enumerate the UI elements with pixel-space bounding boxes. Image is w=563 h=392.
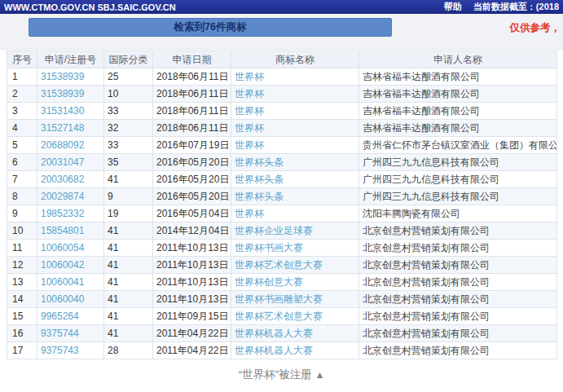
site-url: WWW.CTMO.GOV.CN SBJ.SAIC.GOV.CN xyxy=(4,2,176,12)
trademark-name-link[interactable]: 世界杯 xyxy=(235,208,264,219)
cell-mark-name: 世界杯头条 xyxy=(231,154,359,171)
application-number-link[interactable]: 10060041 xyxy=(41,276,84,288)
top-bar: WWW.CTMO.GOV.CN SBJ.SAIC.GOV.CN 帮助 当前数据截… xyxy=(0,0,563,14)
trademark-name-link[interactable]: 世界杯艺术创意大赛 xyxy=(235,311,323,322)
table-row: 13 10060041 41 2011年10月13日 世界杯创意大赛 北京创意村… xyxy=(7,274,557,291)
trademark-name-link[interactable]: 世界杯 xyxy=(235,88,264,99)
cell-application-number: 31538939 xyxy=(37,68,104,86)
application-number-link[interactable]: 10060042 xyxy=(41,259,84,271)
application-number-link[interactable]: 31527148 xyxy=(41,122,84,134)
cell-seq: 1 xyxy=(7,68,37,86)
cell-applicant: 北京创意村营销策划有限公司 xyxy=(359,222,557,240)
application-number-link[interactable]: 20030682 xyxy=(41,174,84,185)
cell-application-date: 2011年10月13日 xyxy=(153,274,231,291)
cell-seq: 8 xyxy=(7,188,37,205)
trademark-name-link[interactable]: 世界杯 xyxy=(235,122,264,134)
cell-seq: 13 xyxy=(7,274,37,291)
cell-seq: 14 xyxy=(7,291,37,308)
trademark-name-link[interactable]: 世界杯企业足球赛 xyxy=(235,225,313,236)
application-number-link[interactable]: 20031047 xyxy=(41,156,84,168)
trademark-name-link[interactable]: 世界杯 xyxy=(235,71,264,82)
cell-application-number: 20029874 xyxy=(37,188,104,205)
header-mark-name: 商标名称 xyxy=(231,51,359,68)
cell-mark-name: 世界杯 xyxy=(231,68,359,86)
cell-application-date: 2018年06月11日 xyxy=(153,103,231,120)
application-number-link[interactable]: 10060054 xyxy=(41,242,84,253)
trademark-name-link[interactable]: 世界杯书画雕塑大赛 xyxy=(235,293,323,305)
trademark-name-link[interactable]: 世界杯机器人大赛 xyxy=(235,328,313,339)
trademark-name-link[interactable]: 世界杯头条 xyxy=(235,174,284,185)
cell-mark-name: 世界杯书画雕塑大赛 xyxy=(231,291,359,308)
table-row: 5 20688092 33 2016年07月19日 世界杯 贵州省仁怀市茅台镇汉… xyxy=(7,137,557,154)
cell-application-number: 31538939 xyxy=(37,86,104,103)
application-number-link[interactable]: 10060040 xyxy=(41,293,84,305)
trademark-name-link[interactable]: 世界杯 xyxy=(235,105,264,117)
cell-mark-name: 世界杯企业足球赛 xyxy=(231,222,359,240)
table-row: 15 9965264 41 2011年09月15日 世界杯艺术创意大赛 北京创意… xyxy=(7,308,557,325)
cell-seq: 17 xyxy=(7,342,37,359)
cell-application-number: 10060054 xyxy=(37,240,104,257)
cell-seq: 3 xyxy=(7,103,37,120)
trademark-name-link[interactable]: 世界杯机器人大赛 xyxy=(235,345,313,356)
cell-application-number: 9965264 xyxy=(37,308,104,325)
application-number-link[interactable]: 9965264 xyxy=(41,311,79,322)
table-row: 9 19852332 19 2016年05月04日 世界杯 沈阳丰腾陶瓷有限公司 xyxy=(7,205,557,222)
search-result-count-button[interactable]: 检索到76件商标 xyxy=(29,18,392,37)
cell-application-date: 2011年10月13日 xyxy=(153,257,231,274)
cell-intl-class: 41 xyxy=(104,222,153,240)
cell-mark-name: 世界杯艺术创意大赛 xyxy=(231,257,359,274)
cell-intl-class: 41 xyxy=(104,291,153,308)
cell-mark-name: 世界杯 xyxy=(231,120,359,137)
application-number-link[interactable]: 9375744 xyxy=(41,328,79,339)
cell-application-date: 2011年04月22日 xyxy=(153,342,231,359)
cell-intl-class: 41 xyxy=(104,308,153,325)
header-application-number: 申请/注册号 xyxy=(37,51,104,68)
cell-intl-class: 41 xyxy=(104,257,153,274)
trademark-name-link[interactable]: 世界杯艺术创意大赛 xyxy=(235,259,323,271)
cell-applicant: 北京创意村营销策划有限公司 xyxy=(359,291,557,308)
cell-intl-class: 10 xyxy=(104,86,153,103)
cell-intl-class: 41 xyxy=(104,240,153,257)
cell-application-date: 2011年10月13日 xyxy=(153,240,231,257)
table-row: 3 31531430 33 2018年06月11日 世界杯 吉林省福丰达酿酒有限… xyxy=(7,103,557,120)
trademark-name-link[interactable]: 世界杯头条 xyxy=(235,156,284,168)
caption-text: “世界杯”被注册 xyxy=(239,368,312,381)
toolbar: 检索到76件商标 仅供参考， xyxy=(0,14,563,50)
cell-application-date: 2016年05月20日 xyxy=(153,188,231,205)
cell-application-number: 10060040 xyxy=(37,291,104,308)
trademark-name-link[interactable]: 世界杯头条 xyxy=(235,191,284,202)
header-application-date: 申请日期 xyxy=(153,51,231,68)
cell-seq: 4 xyxy=(7,120,37,137)
application-number-link[interactable]: 31538939 xyxy=(41,88,84,99)
trademark-name-link[interactable]: 世界杯 xyxy=(235,139,264,151)
cell-application-number: 31531430 xyxy=(37,103,104,120)
application-number-link[interactable]: 20029874 xyxy=(41,191,84,202)
help-link[interactable]: 帮助 xyxy=(444,1,462,13)
cell-applicant: 吉林省福丰达酿酒有限公司 xyxy=(359,103,557,120)
application-number-link[interactable]: 9375743 xyxy=(41,345,79,356)
application-number-link[interactable]: 15854801 xyxy=(41,225,84,236)
trademark-name-link[interactable]: 世界杯书画大赛 xyxy=(235,242,303,253)
cell-intl-class: 33 xyxy=(104,137,153,154)
application-number-link[interactable]: 19852332 xyxy=(41,208,84,219)
cell-application-number: 10060042 xyxy=(37,257,104,274)
cell-applicant: 吉林省福丰达酿酒有限公司 xyxy=(359,68,557,86)
cell-intl-class: 9 xyxy=(104,188,153,205)
table-row: 10 15854801 41 2014年12月04日 世界杯企业足球赛 北京创意… xyxy=(7,222,557,240)
cell-seq: 7 xyxy=(7,171,37,188)
application-number-link[interactable]: 20688092 xyxy=(41,139,84,151)
cell-application-number: 31527148 xyxy=(37,120,104,137)
application-number-link[interactable]: 31531430 xyxy=(41,105,84,117)
cell-application-date: 2016年05月20日 xyxy=(153,171,231,188)
cell-applicant: 广州四三九九信息科技有限公司 xyxy=(359,171,557,188)
cell-seq: 6 xyxy=(7,154,37,171)
cell-application-date: 2016年05月20日 xyxy=(153,154,231,171)
cell-application-date: 2018年06月11日 xyxy=(153,120,231,137)
application-number-link[interactable]: 31538939 xyxy=(41,71,84,82)
cell-intl-class: 32 xyxy=(104,120,153,137)
cell-seq: 2 xyxy=(7,86,37,103)
trademark-name-link[interactable]: 世界杯创意大赛 xyxy=(235,276,303,288)
cell-application-date: 2011年04月22日 xyxy=(153,325,231,342)
cell-application-date: 2016年07月19日 xyxy=(153,137,231,154)
cell-seq: 5 xyxy=(7,137,37,154)
